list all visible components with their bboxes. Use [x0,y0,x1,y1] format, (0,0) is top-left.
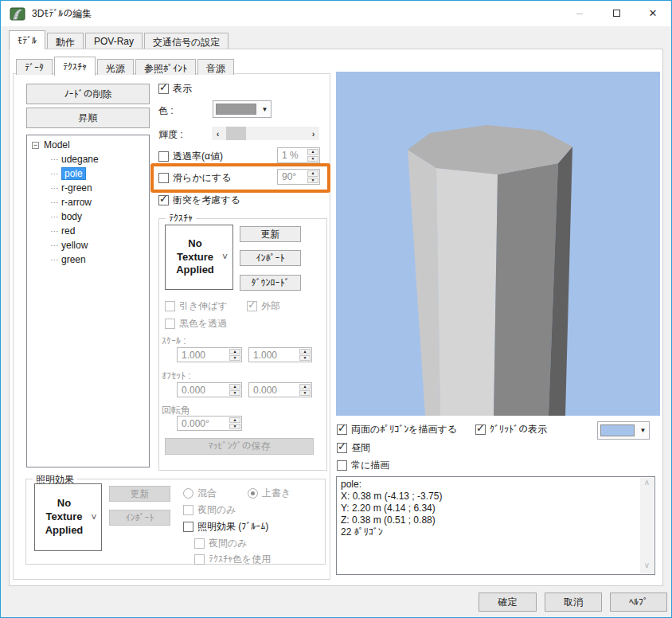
tab-texture[interactable]: ﾃｸｽﾁｬ [54,57,96,76]
model-3d-viewport[interactable] [336,72,660,416]
texture-tab-page: ﾉｰﾄﾞの削除 昇順 − Model udegane pole r-green … [13,73,330,580]
ascending-button[interactable]: 昇順 [26,108,150,128]
scroll-left-icon[interactable]: ‹ [212,129,224,139]
model-info-box[interactable]: pole: X: 0.38 m (-4.13 ; -3.75) Y: 2.20 … [336,476,655,575]
window-title: 3Dﾓﾃﾞﾙの編集 [32,7,92,21]
alpha-spinner[interactable]: 1 % ▲▼ [277,147,320,163]
offset-label: ｵﾌｾｯﾄ : [162,370,191,381]
no-texture-text: No Texture Applied [39,497,88,538]
always-draw-checkbox[interactable]: 常に描画 [337,459,389,471]
scroll-up-icon[interactable]: ∧ [640,478,654,491]
tree-item[interactable]: body [29,209,147,224]
spin-up-icon[interactable]: ▲ [307,149,318,155]
brightness-scrollbar[interactable]: ‹ › [212,127,319,140]
show-checkbox[interactable]: ✓ 表示 [158,82,192,95]
tree-item[interactable]: green [29,252,147,267]
check-icon: ✓ [159,193,168,205]
lighting-texture-dropdown[interactable]: No Texture Applied ˅ [34,483,102,551]
dialog-window: 3Dﾓﾃﾞﾙの編集 ─ ✕ ﾓﾃﾞﾙ 動作 POV-Ray 交通信号の設定 ﾃﾞ… [0,0,672,618]
collision-checkbox[interactable]: ✓ 衝突を考慮する [158,194,240,206]
tab-motion[interactable]: 動作 [47,33,84,49]
dropdown-arrow-icon[interactable]: ▼ [637,422,649,439]
confirm-button[interactable]: 確定 [479,593,537,612]
alpha-checkbox[interactable]: 透過率(α値) [158,150,223,162]
info-scrollbar[interactable]: ∧ ∨ [640,478,654,573]
texture-group: ﾃｸｽﾁｬ No Texture Applied ˅ 更新 ｲﾝﾎﾟｰﾄ ﾀﾞｳ… [158,218,327,471]
spin-up-icon[interactable]: ▲ [307,170,318,177]
model-color-dropdown[interactable]: ▼ [213,100,272,118]
texture-import-button[interactable]: ｲﾝﾎﾟｰﾄ [240,250,301,266]
tree-item[interactable]: udegane [29,152,147,166]
scale-label: ｽｹｰﾙ : [162,335,186,346]
scrollbar-thumb[interactable] [226,127,246,140]
tree-item[interactable]: red [29,224,147,238]
black-transparent-checkbox: 黒色を透過 [165,317,227,330]
tree-item[interactable]: r-arrow [29,195,147,209]
tree-item-selected[interactable]: pole [29,166,147,181]
use-texture-color-checkbox: ﾃｸｽﾁｬ色を使用 [194,553,271,565]
texture-group-label: ﾃｸｽﾁｬ [166,213,196,224]
model-info-text: pole: X: 0.38 m (-4.13 ; -3.75) Y: 2.20 … [341,479,639,573]
tab-traffic-signal[interactable]: 交通信号の設定 [144,33,229,49]
node-tree[interactable]: − Model udegane pole r-green r-arrow bod… [26,135,150,467]
brightness-label: 輝度 : [158,128,183,142]
blend-radio: 混合 [183,487,217,499]
scroll-right-icon[interactable]: › [307,129,319,139]
both-faces-checkbox[interactable]: ✓ 両面のﾎﾟﾘｺﾞﾝを描画する [337,423,457,436]
check-icon: ✓ [248,299,256,311]
scale-y-spinner[interactable]: 1.000 ▲▼ [248,347,312,362]
tab-ref-point[interactable]: 参照ﾎﾟｲﾝﾄ [135,59,196,75]
pole-facet-front [436,168,498,416]
bloom-night-only-checkbox: 夜間のみ [194,537,248,550]
stretch-checkbox: 引き伸ばす [165,299,228,312]
cancel-button[interactable]: 取消 [545,593,602,612]
close-button[interactable]: ✕ [635,1,671,25]
no-texture-text: No Texture Applied [170,237,220,278]
tree-root-label[interactable]: Model [44,139,70,151]
lighting-update-button: 更新 [109,486,170,502]
tab-povray[interactable]: POV-Ray [85,33,143,49]
bloom-checkbox[interactable]: 照明効果 (ﾌﾞﾙｰﾑ) [183,520,268,533]
background-color-swatch [600,424,635,436]
tree-item[interactable]: r-green [29,181,147,195]
collapse-icon[interactable]: − [32,142,39,149]
smooth-checkbox[interactable]: 滑らかにする [158,171,231,184]
sub-tab-bar: ﾃﾞｰﾀ ﾃｸｽﾁｬ 光源 参照ﾎﾟｲﾝﾄ 音源 [16,57,236,75]
smooth-angle-spinner[interactable]: 90° ▲▼ [277,169,320,185]
scroll-down-icon[interactable]: ∨ [640,561,654,573]
tree-item[interactable]: yellow [29,238,147,252]
tree-root[interactable]: − Model [29,138,147,152]
spin-down-icon[interactable]: ▼ [307,156,318,162]
delete-node-button[interactable]: ﾉｰﾄﾞの削除 [26,84,150,104]
help-button[interactable]: ﾍﾙﾌﾟ [610,593,667,612]
model-tab-page: ﾃﾞｰﾀ ﾃｸｽﾁｬ 光源 参照ﾎﾟｲﾝﾄ 音源 ﾉｰﾄﾞの削除 昇順 − Mo… [9,49,663,586]
color-swatch [216,104,256,115]
chevron-down-icon: ˅ [222,252,228,263]
tab-model[interactable]: ﾓﾃﾞﾙ [9,30,45,49]
daytime-checkbox[interactable]: ✓ 昼間 [337,441,370,454]
rotation-spinner[interactable]: 0.000° ▲▼ [177,416,242,431]
texture-preview-dropdown[interactable]: No Texture Applied ˅ [165,225,233,290]
grid-checkbox[interactable]: ✓ ｸﾞﾘｯﾄﾞの表示 [475,423,547,436]
tab-light[interactable]: 光源 [97,59,134,75]
spin-down-icon[interactable]: ▼ [307,178,318,184]
maximize-icon [613,10,620,17]
offset-y-spinner[interactable]: 0.000 ▲▼ [248,382,312,397]
minimize-button[interactable]: ─ [561,1,598,25]
pole-facet-right [494,163,558,416]
tab-data[interactable]: ﾃﾞｰﾀ [16,59,53,75]
maximize-button[interactable] [598,1,635,25]
texture-download-button[interactable]: ﾀﾞｳﾝﾛｰﾄﾞ [240,275,301,291]
dropdown-arrow-icon[interactable]: ▼ [259,101,271,117]
texture-update-button[interactable]: 更新 [240,226,301,242]
close-icon: ✕ [649,7,658,19]
minimize-icon: ─ [576,9,583,18]
scale-x-spinner[interactable]: 1.000 ▲▼ [177,347,242,362]
title-bar[interactable]: 3Dﾓﾃﾞﾙの編集 ─ ✕ [1,1,671,26]
offset-x-spinner[interactable]: 0.000 ▲▼ [177,382,242,397]
tab-sound[interactable]: 音源 [197,59,234,75]
background-color-dropdown[interactable]: ▼ [597,421,650,440]
chevron-down-icon: ˅ [91,512,96,523]
color-label: 色 : [158,104,174,118]
external-checkbox: ✓ 外部 [247,299,280,312]
